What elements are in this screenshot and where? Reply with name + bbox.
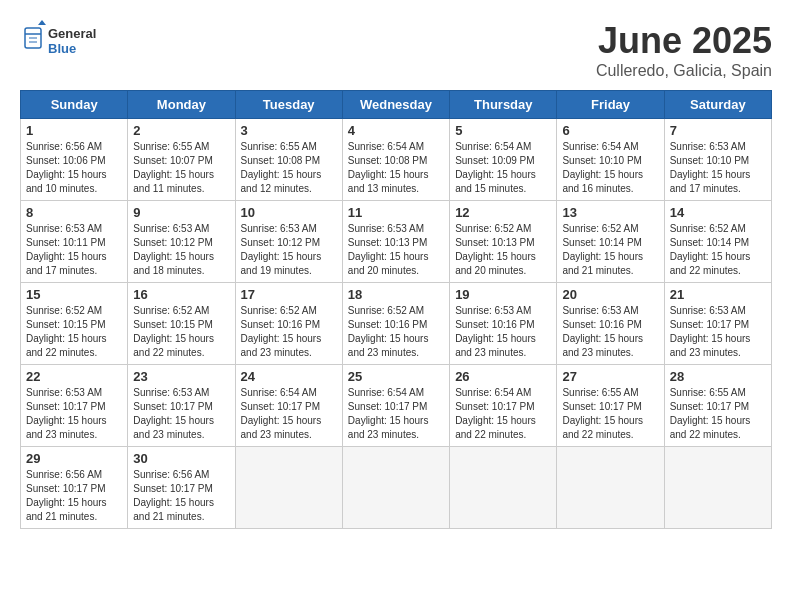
table-row: 3Sunrise: 6:55 AM Sunset: 10:08 PM Dayli…: [235, 119, 342, 201]
day-number: 3: [241, 123, 337, 138]
day-info: Sunrise: 6:53 AM Sunset: 10:17 PM Daylig…: [133, 386, 229, 442]
day-info: Sunrise: 6:54 AM Sunset: 10:17 PM Daylig…: [241, 386, 337, 442]
day-info: Sunrise: 6:54 AM Sunset: 10:17 PM Daylig…: [348, 386, 444, 442]
day-info: Sunrise: 6:52 AM Sunset: 10:16 PM Daylig…: [241, 304, 337, 360]
table-row: 17Sunrise: 6:52 AM Sunset: 10:16 PM Dayl…: [235, 283, 342, 365]
logo-svg: General Blue: [20, 20, 110, 60]
table-row: 6Sunrise: 6:54 AM Sunset: 10:10 PM Dayli…: [557, 119, 664, 201]
day-info: Sunrise: 6:53 AM Sunset: 10:12 PM Daylig…: [133, 222, 229, 278]
calendar-week-2: 8Sunrise: 6:53 AM Sunset: 10:11 PM Dayli…: [21, 201, 772, 283]
svg-text:General: General: [48, 26, 96, 41]
day-number: 4: [348, 123, 444, 138]
day-number: 28: [670, 369, 766, 384]
day-number: 29: [26, 451, 122, 466]
day-info: Sunrise: 6:53 AM Sunset: 10:16 PM Daylig…: [562, 304, 658, 360]
calendar-table: Sunday Monday Tuesday Wednesday Thursday…: [20, 90, 772, 529]
table-row: 12Sunrise: 6:52 AM Sunset: 10:13 PM Dayl…: [450, 201, 557, 283]
table-row: 30Sunrise: 6:56 AM Sunset: 10:17 PM Dayl…: [128, 447, 235, 529]
table-row: 10Sunrise: 6:53 AM Sunset: 10:12 PM Dayl…: [235, 201, 342, 283]
day-number: 20: [562, 287, 658, 302]
table-row: 29Sunrise: 6:56 AM Sunset: 10:17 PM Dayl…: [21, 447, 128, 529]
day-number: 8: [26, 205, 122, 220]
day-number: 1: [26, 123, 122, 138]
calendar-week-5: 29Sunrise: 6:56 AM Sunset: 10:17 PM Dayl…: [21, 447, 772, 529]
day-info: Sunrise: 6:52 AM Sunset: 10:13 PM Daylig…: [455, 222, 551, 278]
title-area: June 2025 Culleredo, Galicia, Spain: [596, 20, 772, 80]
day-info: Sunrise: 6:52 AM Sunset: 10:15 PM Daylig…: [26, 304, 122, 360]
calendar-subtitle: Culleredo, Galicia, Spain: [596, 62, 772, 80]
day-info: Sunrise: 6:55 AM Sunset: 10:17 PM Daylig…: [562, 386, 658, 442]
day-number: 24: [241, 369, 337, 384]
day-info: Sunrise: 6:53 AM Sunset: 10:13 PM Daylig…: [348, 222, 444, 278]
day-number: 19: [455, 287, 551, 302]
table-row: [664, 447, 771, 529]
table-row: 2Sunrise: 6:55 AM Sunset: 10:07 PM Dayli…: [128, 119, 235, 201]
header-wednesday: Wednesday: [342, 91, 449, 119]
table-row: 11Sunrise: 6:53 AM Sunset: 10:13 PM Dayl…: [342, 201, 449, 283]
day-info: Sunrise: 6:53 AM Sunset: 10:10 PM Daylig…: [670, 140, 766, 196]
day-number: 15: [26, 287, 122, 302]
table-row: 27Sunrise: 6:55 AM Sunset: 10:17 PM Dayl…: [557, 365, 664, 447]
day-number: 6: [562, 123, 658, 138]
day-number: 30: [133, 451, 229, 466]
calendar-week-4: 22Sunrise: 6:53 AM Sunset: 10:17 PM Dayl…: [21, 365, 772, 447]
day-number: 26: [455, 369, 551, 384]
table-row: 28Sunrise: 6:55 AM Sunset: 10:17 PM Dayl…: [664, 365, 771, 447]
day-number: 21: [670, 287, 766, 302]
header-friday: Friday: [557, 91, 664, 119]
table-row: [557, 447, 664, 529]
day-info: Sunrise: 6:56 AM Sunset: 10:06 PM Daylig…: [26, 140, 122, 196]
day-info: Sunrise: 6:52 AM Sunset: 10:16 PM Daylig…: [348, 304, 444, 360]
day-info: Sunrise: 6:54 AM Sunset: 10:10 PM Daylig…: [562, 140, 658, 196]
day-info: Sunrise: 6:53 AM Sunset: 10:16 PM Daylig…: [455, 304, 551, 360]
day-number: 13: [562, 205, 658, 220]
day-number: 14: [670, 205, 766, 220]
day-number: 18: [348, 287, 444, 302]
table-row: 26Sunrise: 6:54 AM Sunset: 10:17 PM Dayl…: [450, 365, 557, 447]
header-saturday: Saturday: [664, 91, 771, 119]
day-info: Sunrise: 6:52 AM Sunset: 10:15 PM Daylig…: [133, 304, 229, 360]
header-row: Sunday Monday Tuesday Wednesday Thursday…: [21, 91, 772, 119]
table-row: 1Sunrise: 6:56 AM Sunset: 10:06 PM Dayli…: [21, 119, 128, 201]
day-info: Sunrise: 6:55 AM Sunset: 10:07 PM Daylig…: [133, 140, 229, 196]
header-tuesday: Tuesday: [235, 91, 342, 119]
day-number: 9: [133, 205, 229, 220]
svg-text:Blue: Blue: [48, 41, 76, 56]
table-row: 20Sunrise: 6:53 AM Sunset: 10:16 PM Dayl…: [557, 283, 664, 365]
table-row: 24Sunrise: 6:54 AM Sunset: 10:17 PM Dayl…: [235, 365, 342, 447]
day-info: Sunrise: 6:53 AM Sunset: 10:17 PM Daylig…: [26, 386, 122, 442]
table-row: 23Sunrise: 6:53 AM Sunset: 10:17 PM Dayl…: [128, 365, 235, 447]
table-row: 25Sunrise: 6:54 AM Sunset: 10:17 PM Dayl…: [342, 365, 449, 447]
header-monday: Monday: [128, 91, 235, 119]
header: General Blue June 2025 Culleredo, Galici…: [20, 20, 772, 80]
calendar-header: Sunday Monday Tuesday Wednesday Thursday…: [21, 91, 772, 119]
day-number: 22: [26, 369, 122, 384]
calendar-week-3: 15Sunrise: 6:52 AM Sunset: 10:15 PM Dayl…: [21, 283, 772, 365]
table-row: 16Sunrise: 6:52 AM Sunset: 10:15 PM Dayl…: [128, 283, 235, 365]
calendar-body: 1Sunrise: 6:56 AM Sunset: 10:06 PM Dayli…: [21, 119, 772, 529]
table-row: 18Sunrise: 6:52 AM Sunset: 10:16 PM Dayl…: [342, 283, 449, 365]
day-number: 2: [133, 123, 229, 138]
day-info: Sunrise: 6:54 AM Sunset: 10:08 PM Daylig…: [348, 140, 444, 196]
day-number: 7: [670, 123, 766, 138]
day-number: 11: [348, 205, 444, 220]
table-row: 19Sunrise: 6:53 AM Sunset: 10:16 PM Dayl…: [450, 283, 557, 365]
day-info: Sunrise: 6:55 AM Sunset: 10:08 PM Daylig…: [241, 140, 337, 196]
day-number: 12: [455, 205, 551, 220]
day-info: Sunrise: 6:54 AM Sunset: 10:09 PM Daylig…: [455, 140, 551, 196]
day-info: Sunrise: 6:52 AM Sunset: 10:14 PM Daylig…: [562, 222, 658, 278]
table-row: 22Sunrise: 6:53 AM Sunset: 10:17 PM Dayl…: [21, 365, 128, 447]
day-number: 25: [348, 369, 444, 384]
table-row: 21Sunrise: 6:53 AM Sunset: 10:17 PM Dayl…: [664, 283, 771, 365]
table-row: 14Sunrise: 6:52 AM Sunset: 10:14 PM Dayl…: [664, 201, 771, 283]
day-info: Sunrise: 6:53 AM Sunset: 10:11 PM Daylig…: [26, 222, 122, 278]
day-info: Sunrise: 6:54 AM Sunset: 10:17 PM Daylig…: [455, 386, 551, 442]
table-row: 7Sunrise: 6:53 AM Sunset: 10:10 PM Dayli…: [664, 119, 771, 201]
logo: General Blue: [20, 20, 110, 60]
day-number: 27: [562, 369, 658, 384]
day-info: Sunrise: 6:56 AM Sunset: 10:17 PM Daylig…: [26, 468, 122, 524]
table-row: 9Sunrise: 6:53 AM Sunset: 10:12 PM Dayli…: [128, 201, 235, 283]
day-number: 16: [133, 287, 229, 302]
day-info: Sunrise: 6:53 AM Sunset: 10:12 PM Daylig…: [241, 222, 337, 278]
calendar-week-1: 1Sunrise: 6:56 AM Sunset: 10:06 PM Dayli…: [21, 119, 772, 201]
